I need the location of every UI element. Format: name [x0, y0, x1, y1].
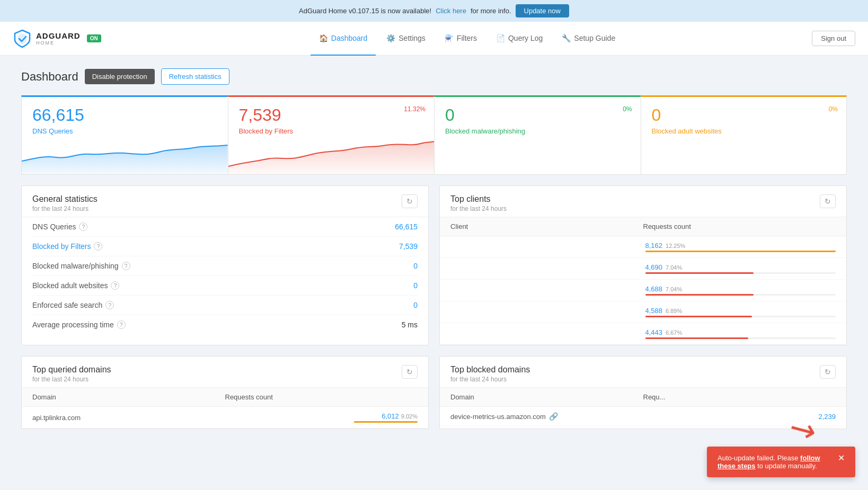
top-blocked-title: Top blocked domains — [450, 365, 530, 375]
top-blocked-subtitle: for the last 24 hours — [450, 376, 530, 383]
clients-col1: Client — [450, 222, 643, 230]
blocked-col2: Requ... — [643, 393, 836, 401]
client-count-5: 4,443 — [645, 328, 663, 336]
safesearch-help-icon[interactable]: ? — [105, 301, 114, 309]
blocked-label: Blocked by Filters — [239, 127, 424, 135]
sign-out-button[interactable]: Sign out — [812, 31, 855, 46]
top-queried-title: Top queried domains — [32, 365, 111, 375]
stats-row-safesearch-label: Enforced safe search ? — [32, 301, 114, 309]
top-queried-header: Top queried domains for the last 24 hour… — [22, 357, 428, 388]
client-count-area-1: 8,162 12.25% — [645, 242, 836, 252]
client-bar-bg-4 — [645, 316, 836, 317]
top-queried-refresh-button[interactable]: ↻ — [402, 365, 418, 379]
adult-label: Blocked adult websites — [652, 127, 836, 135]
stats-row-avgtime-label: Average processing time ? — [32, 320, 126, 329]
client-row-3: 4,688 7.04% — [440, 280, 846, 301]
avgtime-help-icon[interactable]: ? — [117, 320, 126, 329]
client-bar-bg-3 — [645, 294, 836, 296]
client-bar-4 — [645, 316, 752, 317]
stat-card-malware: 0% 0 Blocked malware/phishing — [434, 95, 641, 175]
queried-domain-row-1: api.tplinkra.com 6,012 9.02% — [22, 407, 428, 429]
client-row-4: 4,588 6.89% — [440, 301, 846, 323]
client-bar-2 — [645, 272, 754, 274]
main-content: Dashboard Disable protection Refresh sta… — [0, 56, 868, 452]
update-now-button[interactable]: Update now — [516, 4, 569, 17]
general-stats-card: General statistics for the last 24 hours… — [21, 185, 429, 345]
top-queried-subtitle: for the last 24 hours — [32, 376, 111, 383]
stat-card-dns: 66,615 DNS Queries — [21, 95, 228, 175]
dns-help-icon[interactable]: ? — [79, 222, 87, 231]
client-pct-1: 12.25% — [666, 243, 685, 249]
queried-bar-bg-1 — [354, 421, 418, 423]
client-row-2: 4,690 7.04% — [440, 258, 846, 280]
top-clients-refresh-button[interactable]: ↻ — [820, 194, 836, 208]
nav-settings[interactable]: ⚙️ Settings — [378, 22, 434, 56]
stats-grid: 66,615 DNS Queries 11.32% 7,539 — [21, 95, 847, 175]
dns-queries-label: DNS Queries — [32, 127, 217, 135]
stats-row-blocked-value: 7,539 — [399, 242, 418, 251]
general-stats-title-area: General statistics for the last 24 hours — [32, 194, 98, 212]
nav-filters[interactable]: ⚗️ Filters — [436, 22, 485, 56]
main-nav: 🏠 Dashboard ⚙️ Settings ⚗️ Filters 📄 Que… — [122, 22, 812, 56]
dns-queries-number: 66,615 — [32, 105, 217, 125]
logo-text: ADGUARD HOME — [36, 31, 81, 46]
disable-protection-button[interactable]: Disable protection — [85, 69, 155, 84]
top-blocked-refresh-button[interactable]: ↻ — [820, 365, 836, 379]
nav-setup-guide[interactable]: 🔧 Setup Guide — [553, 22, 624, 56]
blocked-number: 7,539 — [239, 105, 424, 125]
on-badge: ON — [87, 34, 101, 42]
clients-table-header: Client Requests count — [440, 217, 846, 236]
link-icon: 🔗 — [549, 412, 558, 421]
client-count-4: 4,588 — [645, 307, 663, 315]
stats-row-adult-value: 0 — [413, 281, 418, 290]
blocked-count-area-1: 2,239 — [818, 413, 836, 421]
adult-number: 0 — [652, 105, 836, 125]
general-stats-refresh-button[interactable]: ↻ — [402, 194, 418, 208]
stat-card-adult: 0% 0 Blocked adult websites — [641, 95, 847, 175]
update-banner: AdGuard Home v0.107.15 is now available!… — [0, 0, 868, 22]
blocked-chart — [228, 137, 435, 174]
logo: ADGUARD HOME ON — [13, 29, 101, 48]
header: ADGUARD HOME ON 🏠 Dashboard ⚙️ Settings … — [0, 22, 868, 56]
top-queried-card: Top queried domains for the last 24 hour… — [21, 356, 429, 429]
logo-name: ADGUARD — [36, 31, 81, 40]
page-title: Dashboard — [21, 70, 78, 84]
client-pct-5: 6.67% — [666, 329, 682, 336]
sections-grid: General statistics for the last 24 hours… — [21, 185, 847, 345]
queried-domain-header: Domain Requests count — [22, 388, 428, 407]
stats-row-blocked-label[interactable]: Blocked by Filters ? — [32, 242, 102, 251]
stats-row-dns: DNS Queries ? 66,615 — [32, 217, 418, 237]
top-queried-title-area: Top queried domains for the last 24 hour… — [32, 365, 111, 383]
adult-percent: 0% — [829, 105, 838, 113]
stats-row-adult-label: Blocked adult websites ? — [32, 281, 119, 290]
client-row-5: 4,443 6.67% — [440, 323, 846, 345]
stats-row-dns-label: DNS Queries ? — [32, 222, 87, 231]
top-clients-title-area: Top clients for the last 24 hours — [450, 194, 507, 212]
stats-row-malware-label: Blocked malware/phishing ? — [32, 262, 130, 270]
client-bar-3 — [645, 294, 754, 296]
banner-message: AdGuard Home v0.107.15 is now available! — [299, 7, 431, 15]
client-bar-bg-2 — [645, 272, 836, 274]
client-pct-3: 7.04% — [666, 286, 682, 292]
blocked-help-icon[interactable]: ? — [94, 242, 102, 251]
malware-number: 0 — [445, 105, 630, 125]
refresh-statistics-button[interactable]: Refresh statistics — [161, 68, 229, 85]
client-count-3: 4,688 — [645, 285, 663, 293]
malware-help-icon[interactable]: ? — [122, 262, 130, 270]
queried-count-area-1: 6,012 9.02% — [354, 412, 418, 423]
top-clients-card: Top clients for the last 24 hours ↻ Clie… — [439, 185, 847, 345]
queried-domain-1: api.tplinkra.com — [32, 414, 81, 422]
queried-col1: Domain — [32, 393, 225, 401]
client-bar-bg-1 — [645, 251, 836, 252]
general-stats-table: DNS Queries ? 66,615 Blocked by Filters … — [22, 217, 428, 334]
client-row-1: 8,162 12.25% — [440, 236, 846, 258]
banner-link[interactable]: Click here — [436, 7, 466, 15]
stats-row-blocked: Blocked by Filters ? 7,539 — [32, 237, 418, 256]
stats-row-avgtime: Average processing time ? 5 ms — [32, 315, 418, 334]
adult-help-icon[interactable]: ? — [111, 281, 119, 290]
top-blocked-card: Top blocked domains for the last 24 hour… — [439, 356, 847, 429]
top-clients-header: Top clients for the last 24 hours ↻ — [440, 186, 846, 217]
client-count-area-5: 4,443 6.67% — [645, 328, 836, 339]
nav-query-log[interactable]: 📄 Query Log — [488, 22, 551, 56]
nav-dashboard[interactable]: 🏠 Dashboard — [311, 22, 376, 56]
